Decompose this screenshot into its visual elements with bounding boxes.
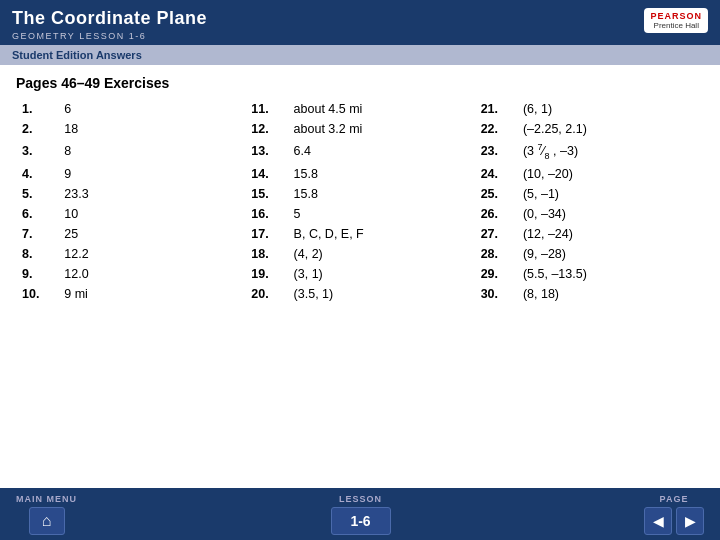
table-row: 10.9 mi20.(3.5, 1)30.(8, 18) (16, 284, 704, 304)
exercise-number: 7. (16, 224, 58, 244)
exercise-value: B, C, D, E, F (288, 224, 475, 244)
exercise-number: 6. (16, 204, 58, 224)
exercise-value: (5.5, –13.5) (517, 264, 704, 284)
table-row: 8.12.218.(4, 2)28.(9, –28) (16, 244, 704, 264)
prev-page-button[interactable]: ◀ (644, 507, 672, 535)
page-nav: PAGE ◀ ▶ (644, 494, 704, 535)
exercise-number: 27. (475, 224, 517, 244)
exercise-value: 6.4 (288, 139, 475, 164)
table-row: 7.2517.B, C, D, E, F27.(12, –24) (16, 224, 704, 244)
next-page-button[interactable]: ▶ (676, 507, 704, 535)
exercise-value: (9, –28) (517, 244, 704, 264)
exercise-value: (5, –1) (517, 184, 704, 204)
exercise-number: 4. (16, 164, 58, 184)
exercise-value: (–2.25, 2.1) (517, 119, 704, 139)
footer: MAIN MENU ⌂ LESSON 1-6 PAGE ◀ ▶ (0, 488, 720, 540)
exercise-value: 23.3 (58, 184, 245, 204)
exercise-value: 12.0 (58, 264, 245, 284)
exercise-value: 15.8 (288, 164, 475, 184)
exercise-number: 8. (16, 244, 58, 264)
main-menu-icon[interactable]: ⌂ (29, 507, 65, 535)
exercise-value: (6, 1) (517, 99, 704, 119)
exercise-number: 14. (245, 164, 287, 184)
exercise-number: 11. (245, 99, 287, 119)
lesson-label: LESSON (339, 494, 382, 504)
lesson-subtitle: GEOMETRY LESSON 1-6 (12, 31, 207, 41)
exercise-value: 18 (58, 119, 245, 139)
exercise-number: 26. (475, 204, 517, 224)
exercise-value: 5 (288, 204, 475, 224)
main-menu-label: MAIN MENU (16, 494, 77, 504)
exercise-value: 25 (58, 224, 245, 244)
exercise-number: 18. (245, 244, 287, 264)
table-row: 2.1812.about 3.2 mi22.(–2.25, 2.1) (16, 119, 704, 139)
header-left: The Coordinate Plane GEOMETRY LESSON 1-6 (12, 8, 207, 41)
exercise-number: 1. (16, 99, 58, 119)
exercise-value: 10 (58, 204, 245, 224)
exercise-number: 24. (475, 164, 517, 184)
home-icon: ⌂ (42, 512, 52, 530)
page-title: The Coordinate Plane (12, 8, 207, 29)
exercise-value: (10, –20) (517, 164, 704, 184)
exercise-value: 12.2 (58, 244, 245, 264)
exercise-value: 6 (58, 99, 245, 119)
exercise-value: (0, –34) (517, 204, 704, 224)
exercise-value: 15.8 (288, 184, 475, 204)
exercise-number: 21. (475, 99, 517, 119)
pearson-logo-box: PEARSON Prentice Hall (644, 8, 708, 33)
exercise-number: 30. (475, 284, 517, 304)
exercise-value: (3, 1) (288, 264, 475, 284)
exercise-value: about 3.2 mi (288, 119, 475, 139)
exercise-value: 8 (58, 139, 245, 164)
exercise-value: (8, 18) (517, 284, 704, 304)
exercise-number: 25. (475, 184, 517, 204)
exercise-number: 28. (475, 244, 517, 264)
sea-bar: Student Edition Answers (0, 45, 720, 65)
exercise-number: 9. (16, 264, 58, 284)
exercise-number: 13. (245, 139, 287, 164)
exercise-value: 9 (58, 164, 245, 184)
exercise-number: 19. (245, 264, 287, 284)
exercise-value: 9 mi (58, 284, 245, 304)
exercises-table: 1.611.about 4.5 mi21.(6, 1)2.1812.about … (16, 99, 704, 304)
exercise-value: (3.5, 1) (288, 284, 475, 304)
exercise-value: about 4.5 mi (288, 99, 475, 119)
table-row: 1.611.about 4.5 mi21.(6, 1) (16, 99, 704, 119)
lesson-center: LESSON 1-6 (331, 494, 391, 535)
exercise-number: 3. (16, 139, 58, 164)
exercise-number: 10. (16, 284, 58, 304)
table-row: 3.813.6.423.(3 7⁄8 , –3) (16, 139, 704, 164)
exercise-number: 16. (245, 204, 287, 224)
lesson-badge: 1-6 (331, 507, 391, 535)
page-arrows: ◀ ▶ (644, 507, 704, 535)
exercise-number: 29. (475, 264, 517, 284)
exercise-number: 23. (475, 139, 517, 164)
exercise-number: 2. (16, 119, 58, 139)
exercise-value: (12, –24) (517, 224, 704, 244)
prentice-hall-label: Prentice Hall (654, 21, 699, 30)
header: The Coordinate Plane GEOMETRY LESSON 1-6… (0, 0, 720, 45)
exercise-number: 17. (245, 224, 287, 244)
exercises-heading: Pages 46–49 Exercises (16, 75, 704, 91)
exercise-value: (3 7⁄8 , –3) (517, 139, 704, 164)
exercise-number: 15. (245, 184, 287, 204)
next-arrow-icon: ▶ (685, 513, 696, 529)
table-row: 4.914.15.824.(10, –20) (16, 164, 704, 184)
table-row: 5.23.315.15.825.(5, –1) (16, 184, 704, 204)
sea-label: Student Edition Answers (12, 49, 142, 61)
exercise-number: 12. (245, 119, 287, 139)
main-menu-button[interactable]: MAIN MENU ⌂ (16, 494, 77, 535)
exercise-number: 5. (16, 184, 58, 204)
prev-arrow-icon: ◀ (653, 513, 664, 529)
pearson-label: PEARSON (650, 11, 702, 21)
table-row: 9.12.019.(3, 1)29.(5.5, –13.5) (16, 264, 704, 284)
exercise-number: 20. (245, 284, 287, 304)
table-row: 6.1016.526.(0, –34) (16, 204, 704, 224)
exercise-value: (4, 2) (288, 244, 475, 264)
main-content: Pages 46–49 Exercises 1.611.about 4.5 mi… (0, 65, 720, 304)
lesson-value: 1-6 (350, 513, 370, 529)
page-label: PAGE (660, 494, 689, 504)
exercise-number: 22. (475, 119, 517, 139)
